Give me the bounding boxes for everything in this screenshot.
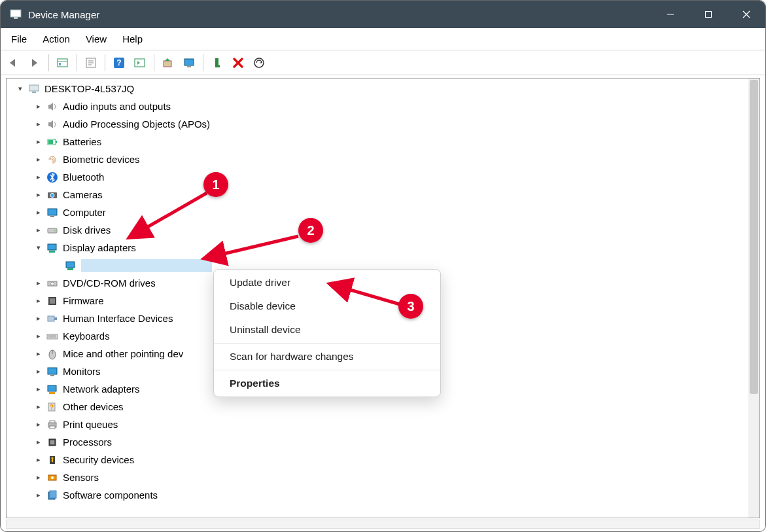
- tree-item-computer[interactable]: ▸ Computer: [7, 204, 748, 221]
- show-hidden-button[interactable]: [53, 53, 73, 73]
- chevron-right-icon[interactable]: ▸: [33, 101, 44, 113]
- properties-button[interactable]: [81, 53, 101, 73]
- chevron-right-icon[interactable]: ▸: [33, 295, 44, 307]
- chevron-right-icon[interactable]: ▸: [33, 348, 44, 360]
- tree-item-batteries[interactable]: ▸ Batteries: [7, 133, 748, 151]
- chevron-right-icon[interactable]: ▸: [33, 207, 44, 219]
- speaker-icon: [46, 100, 59, 113]
- tree-item-label: Biometric devices: [63, 154, 140, 164]
- context-menu-separator: [214, 343, 440, 344]
- annotation-badge-3: 3: [398, 294, 423, 319]
- annotation-badge-2: 2: [298, 218, 323, 243]
- chevron-right-icon[interactable]: ▸: [33, 118, 44, 130]
- chevron-down-icon[interactable]: ▾: [33, 242, 44, 254]
- svg-rect-40: [50, 298, 55, 304]
- help-button[interactable]: ?: [109, 53, 129, 73]
- ctx-update-driver[interactable]: Update driver: [214, 271, 440, 294]
- tree-item-processors[interactable]: ▸ Processors: [7, 433, 748, 451]
- chevron-right-icon[interactable]: ▸: [33, 136, 44, 148]
- tree-item-security[interactable]: ▸ Security devices: [7, 451, 748, 469]
- toolbar-separator: [203, 54, 203, 71]
- chevron-right-icon[interactable]: ▸: [33, 313, 44, 325]
- back-button[interactable]: [4, 53, 24, 73]
- tree-item-apos[interactable]: ▸ Audio Processing Objects (APOs): [7, 115, 748, 133]
- forward-button[interactable]: [25, 53, 44, 73]
- tree-item-audio-inputs[interactable]: ▸ Audio inputs and outputs: [7, 98, 748, 115]
- toolbar-separator: [154, 54, 154, 71]
- menu-action[interactable]: Action: [35, 31, 78, 47]
- chevron-right-icon[interactable]: ▸: [33, 489, 44, 501]
- scrollbar-thumb[interactable]: [750, 80, 758, 394]
- unknown-device-icon: ?: [46, 400, 59, 414]
- toolbar: ?: [1, 50, 765, 75]
- window-controls: [652, 1, 765, 28]
- tree-root[interactable]: ▾ DESKTOP-4L537JQ: [7, 80, 748, 98]
- tree-item-label: Disk drives: [63, 225, 111, 235]
- ctx-scan-hardware[interactable]: Scan for hardware changes: [214, 345, 440, 368]
- chevron-right-icon[interactable]: ▸: [33, 277, 44, 289]
- tree-item-biometric[interactable]: ▸ Biometric devices: [7, 151, 748, 168]
- chevron-right-icon[interactable]: ▸: [33, 419, 44, 431]
- scan-hardware-button[interactable]: [249, 53, 269, 73]
- network-icon: [46, 383, 59, 396]
- chevron-right-icon[interactable]: ▸: [33, 454, 44, 466]
- update-driver-button[interactable]: [158, 53, 178, 73]
- maximize-button[interactable]: [689, 1, 727, 28]
- chevron-right-icon[interactable]: ▸: [33, 171, 44, 183]
- tree-item-label: [81, 259, 212, 272]
- tree-item-label: Monitors: [63, 366, 101, 376]
- tree-item-label: Firmware: [63, 296, 104, 306]
- chevron-down-icon[interactable]: ▾: [14, 83, 26, 95]
- toolbar-separator: [105, 54, 105, 71]
- remove-button[interactable]: [228, 53, 248, 73]
- menu-help[interactable]: Help: [114, 31, 150, 47]
- svg-rect-34: [49, 251, 55, 253]
- no-expander: [51, 260, 63, 272]
- vertical-scrollbar[interactable]: [748, 79, 759, 518]
- menu-view[interactable]: View: [78, 31, 114, 47]
- chevron-right-icon[interactable]: ▸: [33, 224, 44, 236]
- hid-icon: [46, 312, 59, 325]
- tree-item-display-adapters[interactable]: ▾ Display adapters: [7, 239, 748, 257]
- tree-item-cameras[interactable]: ▸ Cameras: [7, 186, 748, 204]
- tree-item-print-queues[interactable]: ▸ Print queues: [7, 416, 748, 433]
- fingerprint-icon: [46, 153, 59, 166]
- chevron-right-icon[interactable]: ▸: [33, 154, 44, 166]
- tree-item-other-devices[interactable]: ▸ ? Other devices: [7, 398, 748, 416]
- svg-text:?: ?: [116, 58, 121, 67]
- tree-item-label: Other devices: [63, 402, 124, 412]
- resource-button[interactable]: [130, 53, 150, 73]
- bluetooth-icon: [46, 171, 59, 184]
- tree-item-software-components[interactable]: ▸ Software components: [7, 486, 748, 504]
- toolbar-separator: [77, 54, 77, 71]
- close-button[interactable]: [727, 1, 765, 28]
- tree-item-label: Human Interface Devices: [63, 313, 173, 323]
- uninstall-button[interactable]: [207, 53, 227, 73]
- app-icon: [10, 9, 22, 20]
- chevron-right-icon[interactable]: ▸: [33, 436, 44, 448]
- chevron-right-icon[interactable]: ▸: [33, 472, 44, 484]
- svg-rect-3: [706, 12, 712, 18]
- display-adapter-icon: [64, 259, 77, 272]
- svg-rect-33: [48, 244, 56, 250]
- enable-device-button[interactable]: [179, 53, 199, 73]
- tree-item-bluetooth[interactable]: ▸ Bluetooth: [7, 168, 748, 186]
- tree-item-sensors[interactable]: ▸ Sensors: [7, 469, 748, 486]
- menu-file[interactable]: File: [3, 31, 35, 47]
- software-icon: [46, 489, 59, 502]
- svg-rect-50: [48, 385, 56, 391]
- tree-item-label: Computer: [63, 207, 106, 217]
- chevron-right-icon[interactable]: ▸: [33, 383, 44, 395]
- svg-rect-0: [10, 10, 21, 17]
- minimize-button[interactable]: [652, 1, 689, 28]
- ctx-uninstall-device[interactable]: Uninstall device: [214, 318, 440, 342]
- chevron-right-icon[interactable]: ▸: [33, 189, 44, 201]
- svg-text:?: ?: [50, 404, 54, 411]
- ctx-properties[interactable]: Properties: [214, 372, 440, 395]
- svg-rect-29: [48, 209, 57, 215]
- chevron-right-icon[interactable]: ▸: [33, 401, 44, 413]
- tree-item-disk-drives[interactable]: ▸ Disk drives: [7, 221, 748, 239]
- chevron-right-icon[interactable]: ▸: [33, 366, 44, 378]
- chevron-right-icon[interactable]: ▸: [33, 330, 44, 342]
- security-icon: [46, 453, 59, 467]
